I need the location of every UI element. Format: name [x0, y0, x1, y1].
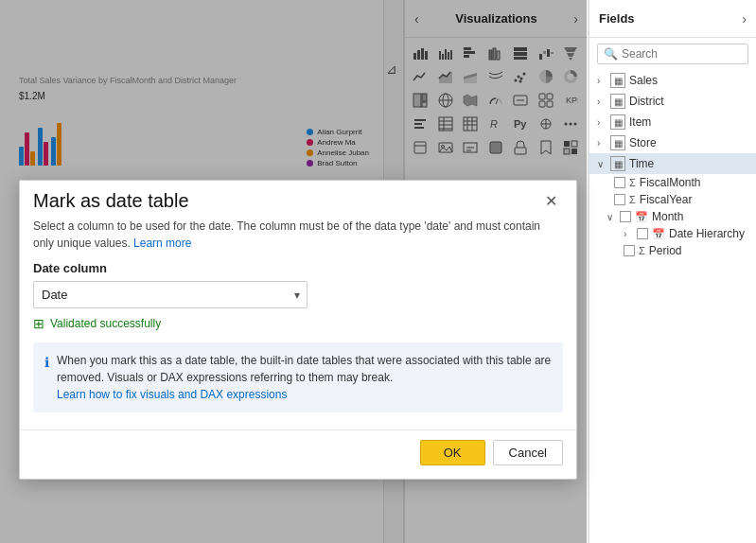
validated-icon: ⊞: [33, 316, 44, 331]
field-item-time[interactable]: ∨ ▦ Time: [589, 153, 756, 174]
dialog-titlebar: Mark as date table ✕: [20, 181, 576, 212]
sigma-period: Σ: [639, 245, 645, 256]
info-icon: ℹ: [44, 353, 49, 403]
field-sub-datehierarchy[interactable]: › 📅 Date Hierarchy: [589, 225, 756, 242]
fields-panel: Fields › 🔍 › ▦ Sales › ▦ District › ▦ It…: [589, 0, 756, 543]
checkbox-period[interactable]: [624, 245, 635, 256]
label-month: Month: [652, 210, 683, 223]
field-item-district[interactable]: › ▦ District: [589, 91, 756, 112]
info-text: When you mark this as a date table, the …: [57, 354, 551, 384]
field-label-time: Time: [629, 157, 654, 170]
fields-nav[interactable]: ›: [742, 11, 747, 26]
checkbox-fiscalyear[interactable]: [614, 194, 625, 205]
chevron-store: ›: [597, 138, 607, 149]
table-icon-sales: ▦: [610, 73, 625, 88]
date-column-select[interactable]: Date: [33, 281, 308, 308]
date-column-label: Date column: [33, 261, 563, 275]
dialog-close-button[interactable]: ✕: [539, 190, 563, 212]
chevron-district: ›: [597, 96, 607, 107]
dialog-body: Select a column to be used for the date.…: [20, 212, 576, 426]
checkbox-datehier[interactable]: [637, 228, 648, 239]
table-icon-time: ▦: [610, 156, 625, 171]
table-icon-district: ▦: [610, 94, 625, 109]
dialog-title: Mark as date table: [33, 190, 189, 212]
label-datehier: Date Hierarchy: [669, 227, 745, 240]
ok-button[interactable]: OK: [420, 440, 485, 465]
calendar-icon-datehier: 📅: [652, 228, 665, 240]
fields-search-input[interactable]: [622, 47, 742, 61]
field-item-store[interactable]: › ▦ Store: [589, 132, 756, 153]
checkbox-month[interactable]: [620, 211, 631, 222]
field-item-item[interactable]: › ▦ Item: [589, 112, 756, 132]
mark-as-date-dialog: Mark as date table ✕ Select a column to …: [19, 180, 577, 480]
dialog-description: Select a column to be used for the date.…: [33, 218, 563, 252]
field-label-store: Store: [629, 136, 657, 149]
chevron-month: ∨: [607, 212, 616, 222]
dialog-footer: OK Cancel: [20, 429, 576, 479]
validated-row: ⊞ Validated successfully: [33, 316, 563, 331]
search-icon: 🔍: [604, 47, 618, 61]
fields-header: Fields ›: [589, 0, 756, 38]
table-icon-item: ▦: [610, 114, 625, 130]
label-fiscalyear: FiscalYear: [640, 193, 693, 206]
info-box: ℹ When you mark this as a date table, th…: [33, 342, 563, 412]
table-icon-store: ▦: [610, 135, 625, 150]
field-item-sales[interactable]: › ▦ Sales: [589, 70, 756, 91]
chevron-time: ∨: [597, 159, 607, 169]
fields-search-box[interactable]: 🔍: [597, 44, 748, 64]
cancel-button[interactable]: Cancel: [493, 440, 563, 465]
chevron-sales: ›: [597, 76, 607, 86]
field-label-sales: Sales: [629, 74, 658, 87]
date-column-select-wrapper: Date ▾: [33, 281, 308, 308]
learn-more-link[interactable]: Learn more: [133, 236, 191, 250]
info-content: When you mark this as a date table, the …: [57, 352, 552, 403]
label-fiscalmonth: FiscalMonth: [640, 176, 701, 189]
field-label-item: Item: [629, 115, 651, 129]
sigma-fiscalyear: Σ: [629, 194, 636, 205]
checkbox-fiscalmonth[interactable]: [614, 177, 625, 188]
chevron-datehier: ›: [624, 229, 633, 239]
label-period: Period: [649, 244, 682, 257]
field-label-district: District: [629, 95, 664, 108]
fields-title: Fields: [599, 11, 635, 26]
info-link[interactable]: Learn how to fix visuals and DAX express…: [57, 388, 287, 401]
sigma-fiscalmonth: Σ: [629, 177, 636, 188]
calendar-icon-month: 📅: [635, 211, 648, 223]
chevron-item: ›: [597, 117, 607, 128]
validated-label: Validated successfully: [50, 317, 161, 330]
field-sub-fiscalmonth[interactable]: Σ FiscalMonth: [589, 174, 756, 191]
field-sub-period[interactable]: Σ Period: [589, 242, 756, 259]
field-item-month[interactable]: ∨ 📅 Month: [589, 208, 756, 225]
field-sub-fiscalyear[interactable]: Σ FiscalYear: [589, 191, 756, 208]
